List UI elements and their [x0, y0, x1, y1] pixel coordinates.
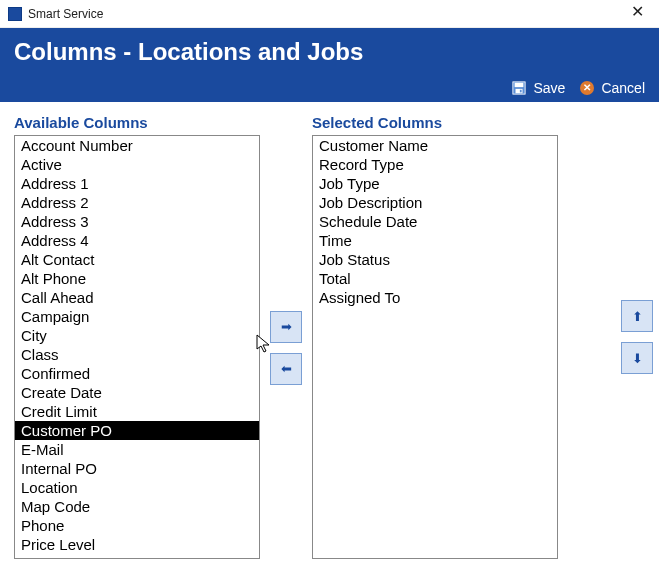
list-item[interactable]: Phone: [15, 516, 259, 535]
save-button[interactable]: Save: [511, 80, 565, 96]
list-item[interactable]: Create Date: [15, 383, 259, 402]
list-item[interactable]: Address 1: [15, 174, 259, 193]
page-title: Columns - Locations and Jobs: [14, 38, 645, 66]
list-item[interactable]: Location: [15, 478, 259, 497]
svg-rect-1: [515, 83, 524, 87]
window-title: Smart Service: [28, 7, 103, 21]
list-item[interactable]: Confirmed: [15, 364, 259, 383]
list-item[interactable]: Account Number: [15, 136, 259, 155]
available-label: Available Columns: [14, 114, 260, 131]
list-item[interactable]: Address 4: [15, 231, 259, 250]
list-item[interactable]: Credit Limit: [15, 402, 259, 421]
available-listbox[interactable]: Account NumberActiveAddress 1Address 2Ad…: [14, 135, 260, 559]
cancel-button[interactable]: ✕ Cancel: [579, 80, 645, 96]
list-item[interactable]: Job Description: [313, 193, 557, 212]
arrow-down-icon: ⬇: [632, 351, 643, 366]
arrow-right-icon: ➡: [281, 319, 292, 334]
app-icon: [8, 7, 22, 21]
list-item[interactable]: Alt Phone: [15, 269, 259, 288]
list-item[interactable]: Total: [313, 269, 557, 288]
list-item[interactable]: Job Type: [313, 174, 557, 193]
content: Available Columns Account NumberActiveAd…: [0, 102, 659, 571]
list-item[interactable]: Price Level: [15, 535, 259, 554]
list-item[interactable]: Time: [313, 231, 557, 250]
list-item[interactable]: Active: [15, 155, 259, 174]
move-left-button[interactable]: ⬅: [270, 353, 302, 385]
titlebar: Smart Service ✕: [0, 0, 659, 28]
dialog-header: Columns - Locations and Jobs: [0, 28, 659, 76]
available-group: Available Columns Account NumberActiveAd…: [14, 114, 260, 559]
list-item[interactable]: Assigned To: [313, 288, 557, 307]
list-item[interactable]: Address 2: [15, 193, 259, 212]
list-item[interactable]: Map Code: [15, 497, 259, 516]
reorder-buttons: ⬆ ⬇: [621, 300, 653, 374]
list-item[interactable]: Address 3: [15, 212, 259, 231]
selected-label: Selected Columns: [312, 114, 558, 131]
list-item[interactable]: E-Mail: [15, 440, 259, 459]
arrow-left-icon: ⬅: [281, 361, 292, 376]
close-button[interactable]: ✕: [623, 3, 651, 25]
list-item[interactable]: City: [15, 326, 259, 345]
list-item[interactable]: Internal PO: [15, 459, 259, 478]
toolbar: Save ✕ Cancel: [0, 76, 659, 102]
save-label: Save: [533, 80, 565, 96]
move-buttons: ➡ ⬅: [270, 114, 302, 559]
move-down-button[interactable]: ⬇: [621, 342, 653, 374]
list-item[interactable]: Customer Name: [313, 136, 557, 155]
list-item[interactable]: Recurrence: [15, 554, 259, 559]
selected-group: Selected Columns Customer NameRecord Typ…: [312, 114, 558, 559]
list-item[interactable]: Campaign: [15, 307, 259, 326]
selected-listbox[interactable]: Customer NameRecord TypeJob TypeJob Desc…: [312, 135, 558, 559]
list-item[interactable]: Class: [15, 345, 259, 364]
list-item[interactable]: Customer PO: [15, 421, 259, 440]
list-item[interactable]: Job Status: [313, 250, 557, 269]
cancel-icon: ✕: [579, 80, 595, 96]
move-up-button[interactable]: ⬆: [621, 300, 653, 332]
list-item[interactable]: Call Ahead: [15, 288, 259, 307]
save-icon: [511, 80, 527, 96]
cancel-label: Cancel: [601, 80, 645, 96]
move-right-button[interactable]: ➡: [270, 311, 302, 343]
arrow-up-icon: ⬆: [632, 309, 643, 324]
list-item[interactable]: Record Type: [313, 155, 557, 174]
list-item[interactable]: Schedule Date: [313, 212, 557, 231]
list-item[interactable]: Alt Contact: [15, 250, 259, 269]
svg-rect-3: [520, 90, 522, 93]
